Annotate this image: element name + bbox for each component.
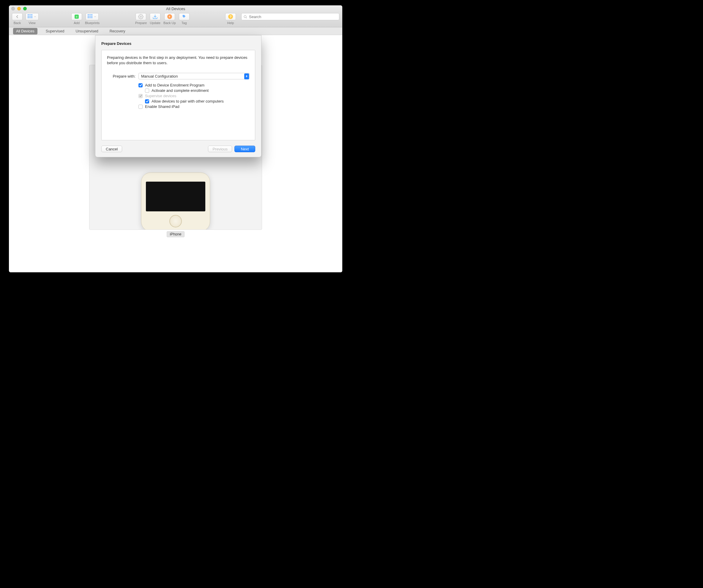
- label-allow-pair: Allow devices to pair with other compute…: [152, 99, 224, 103]
- chevron-down-icon: [33, 15, 36, 18]
- label-supervise: Supervise devices: [145, 94, 176, 98]
- device-label: iPhone: [9, 231, 342, 237]
- svg-rect-10: [89, 14, 91, 15]
- cancel-button[interactable]: Cancel: [101, 146, 122, 152]
- svg-rect-11: [91, 14, 92, 15]
- checkbox-shared-ipad[interactable]: [139, 104, 143, 109]
- add-button[interactable]: ＋: [71, 13, 82, 20]
- tab-all-devices[interactable]: All Devices: [13, 28, 37, 34]
- prepare-with-select[interactable]: Manual Configuration: [139, 73, 250, 79]
- label-activate: Activate and complete enrollment: [152, 88, 209, 93]
- grid-icon: [28, 14, 32, 19]
- prepare-label: Prepare: [135, 21, 147, 25]
- device-name[interactable]: iPhone: [167, 231, 185, 237]
- titlebar: All Devices: [9, 5, 342, 12]
- app-window: All Devices Back View: [9, 5, 342, 272]
- checkbox-add-dep[interactable]: [139, 83, 143, 87]
- tab-unsupervised[interactable]: Unsupervised: [73, 28, 101, 34]
- svg-rect-13: [89, 16, 91, 17]
- svg-rect-5: [31, 16, 32, 17]
- prepare-button[interactable]: [136, 13, 146, 20]
- blueprints-label: Blueprints: [85, 21, 99, 25]
- svg-rect-16: [89, 17, 91, 18]
- svg-rect-9: [88, 14, 89, 15]
- chevron-left-icon: [14, 14, 20, 19]
- prepare-sheet: Prepare Devices Preparing devices is the…: [95, 35, 261, 157]
- svg-rect-7: [29, 17, 30, 18]
- svg-point-21: [244, 15, 246, 18]
- window-title: All Devices: [9, 7, 342, 11]
- blueprints-button[interactable]: [86, 13, 99, 20]
- sheet-description: Preparing devices is the first step in a…: [107, 55, 250, 66]
- label-shared-ipad: Enable Shared iPad: [145, 104, 179, 109]
- tab-recovery[interactable]: Recovery: [107, 28, 128, 34]
- gear-icon: [138, 14, 144, 19]
- tag-label: Tag: [181, 21, 187, 25]
- iphone-screen: [146, 181, 205, 211]
- chevron-down-icon: [94, 15, 96, 18]
- help-button[interactable]: ?: [225, 13, 236, 20]
- iphone-illustration: [141, 172, 210, 230]
- grid-icon: [88, 14, 92, 19]
- filter-tabs: All Devices Supervised Unsupervised Reco…: [9, 27, 342, 35]
- svg-rect-17: [91, 17, 92, 18]
- tag-button[interactable]: [179, 13, 189, 20]
- prepare-with-label: Prepare with:: [107, 74, 136, 78]
- search-input[interactable]: [249, 15, 337, 19]
- question-icon: ?: [228, 14, 233, 19]
- view-label: View: [28, 21, 36, 25]
- svg-rect-3: [28, 16, 29, 17]
- home-button-icon: [169, 215, 182, 227]
- checkbox-supervise: [139, 94, 143, 98]
- previous-button: Previous: [208, 146, 232, 152]
- label-add-dep: Add to Device Enrollment Program: [145, 83, 205, 87]
- svg-rect-15: [88, 17, 89, 18]
- checkbox-allow-pair[interactable]: [145, 99, 149, 103]
- svg-rect-8: [31, 17, 32, 18]
- backup-label: Back Up: [163, 21, 176, 25]
- view-button[interactable]: [25, 13, 38, 20]
- select-arrows-icon: [244, 73, 249, 79]
- tag-icon: [181, 14, 187, 19]
- help-label: Help: [227, 21, 234, 25]
- svg-point-18: [140, 16, 142, 17]
- update-label: Update: [150, 21, 160, 25]
- svg-rect-1: [29, 14, 30, 15]
- svg-line-22: [246, 17, 247, 18]
- content-area: iPhone Prepare Devices Preparing devices…: [9, 35, 342, 272]
- back-button[interactable]: [12, 13, 22, 20]
- select-value: Manual Configuration: [141, 74, 178, 78]
- sheet-title: Prepare Devices: [101, 41, 255, 46]
- plus-icon: ＋: [75, 15, 79, 19]
- sheet-panel: Preparing devices is the first step in a…: [101, 50, 255, 140]
- svg-rect-12: [88, 16, 89, 17]
- svg-rect-6: [28, 17, 29, 18]
- next-button[interactable]: Next: [234, 146, 255, 152]
- toolbar: Back View ＋ Add: [9, 12, 342, 27]
- search-input-wrap[interactable]: [241, 13, 339, 20]
- back-label: Back: [14, 21, 21, 25]
- backup-button[interactable]: [164, 13, 175, 20]
- svg-rect-0: [28, 14, 29, 15]
- search-icon: [243, 15, 247, 19]
- svg-rect-4: [29, 16, 30, 17]
- update-button[interactable]: [150, 13, 160, 20]
- upload-icon: [167, 14, 172, 19]
- checkbox-activate[interactable]: [145, 89, 149, 93]
- tab-supervised[interactable]: Supervised: [43, 28, 67, 34]
- add-label: Add: [74, 21, 80, 25]
- download-icon: [152, 14, 158, 19]
- svg-rect-14: [91, 16, 92, 17]
- svg-rect-2: [31, 14, 32, 15]
